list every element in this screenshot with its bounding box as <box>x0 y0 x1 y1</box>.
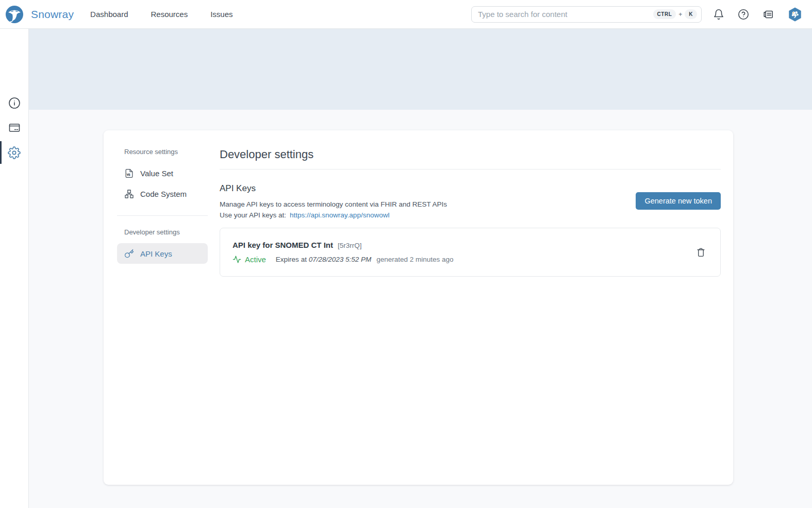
api-keys-description: Manage API keys to access terminology co… <box>220 198 447 211</box>
spacer <box>117 158 208 163</box>
page-title: Developer settings <box>220 148 721 170</box>
help-icon[interactable] <box>738 9 749 20</box>
settings-nav-item-label: Value Set <box>140 169 173 178</box>
settings-nav-item-value-set[interactable]: vs Value Set <box>117 163 208 183</box>
settings-card: Resource settings vs Value Set <box>104 130 733 485</box>
nav-item-resources[interactable]: Resources <box>151 10 188 19</box>
nav-item-dashboard[interactable]: Dashboard <box>90 10 128 19</box>
settings-gear-icon[interactable] <box>0 141 28 164</box>
app-body: Resource settings vs Value Set <box>0 29 812 508</box>
expiry-label: Expires at <box>276 256 307 263</box>
settings-nav: Resource settings vs Value Set <box>117 148 208 469</box>
api-key-generated-note: generated 2 minutes ago <box>376 256 453 263</box>
settings-main-pane: Developer settings API Keys Manage API k… <box>220 148 721 469</box>
topbar-icons <box>713 7 803 22</box>
app-sidebar <box>0 29 29 508</box>
shortcut-k-key: K <box>685 9 697 19</box>
api-usage-label: Use your API keys at: <box>220 211 286 219</box>
status-badge: Active <box>245 255 266 264</box>
api-key-name-line: API key for SNOMED CT Int [5r3rrQ] <box>233 241 454 249</box>
api-keys-section-header: API Keys Manage API keys to access termi… <box>220 183 721 219</box>
api-keys-section-title: API Keys <box>220 183 447 194</box>
delete-api-key-icon[interactable] <box>694 245 708 259</box>
spacer <box>117 238 208 243</box>
top-navigation: Dashboard Resources Issues <box>90 10 233 19</box>
api-key-name: API key for SNOMED CT Int <box>233 241 333 249</box>
settings-nav-item-label: API Keys <box>140 249 172 258</box>
billing-card-icon[interactable] <box>0 116 28 139</box>
top-navbar: Snowray Dashboard Resources Issues CTRL … <box>0 0 812 29</box>
user-avatar[interactable] <box>787 7 803 22</box>
content-area: Resource settings vs Value Set <box>29 29 812 508</box>
bell-icon[interactable] <box>713 9 724 20</box>
info-icon[interactable] <box>0 92 28 114</box>
api-key-token-hint: [5r3rrQ] <box>338 242 362 249</box>
shortcut-ctrl-key: CTRL <box>653 9 676 19</box>
api-key-icon <box>124 249 134 259</box>
api-endpoint-link[interactable]: https://api.snowray.app/snowowl <box>290 211 389 219</box>
global-search[interactable]: CTRL + K <box>471 6 702 23</box>
api-key-details: API key for SNOMED CT Int [5r3rrQ] Activ… <box>233 241 454 264</box>
shortcut-plus: + <box>678 11 682 18</box>
settings-nav-section-developer: Developer settings <box>117 228 208 238</box>
brand-name: Snowray <box>31 8 74 21</box>
settings-nav-item-label: Code System <box>140 190 187 198</box>
settings-nav-item-code-system[interactable]: Code System <box>117 183 208 204</box>
hero-band <box>29 29 812 110</box>
api-usage-line: Use your API keys at:https://api.snowray… <box>220 211 447 219</box>
nav-item-issues[interactable]: Issues <box>210 10 233 19</box>
settings-nav-divider <box>117 215 208 216</box>
generate-token-button[interactable]: Generate new token <box>636 192 721 210</box>
changelog-icon[interactable] <box>763 9 774 20</box>
api-key-expiry: Expires at 07/28/2023 5:52 PM <box>276 256 371 263</box>
api-key-status-line: Active Expires at 07/28/2023 5:52 PM gen… <box>233 255 454 264</box>
search-input[interactable] <box>478 10 653 19</box>
settings-nav-item-api-keys[interactable]: API Keys <box>117 243 208 264</box>
code-system-icon <box>124 189 134 199</box>
value-set-icon: vs <box>124 168 134 178</box>
expiry-datetime: 07/28/2023 5:52 PM <box>309 256 372 263</box>
brand-home-link[interactable]: Snowray <box>5 5 74 24</box>
api-keys-section-text: API Keys Manage API keys to access termi… <box>220 183 447 219</box>
value-set-glyph: vs <box>127 172 130 176</box>
settings-nav-section-resource: Resource settings <box>117 148 208 158</box>
api-key-row: API key for SNOMED CT Int [5r3rrQ] Activ… <box>220 228 721 277</box>
snowray-logo-icon <box>5 5 24 24</box>
activity-pulse-icon <box>233 255 241 264</box>
